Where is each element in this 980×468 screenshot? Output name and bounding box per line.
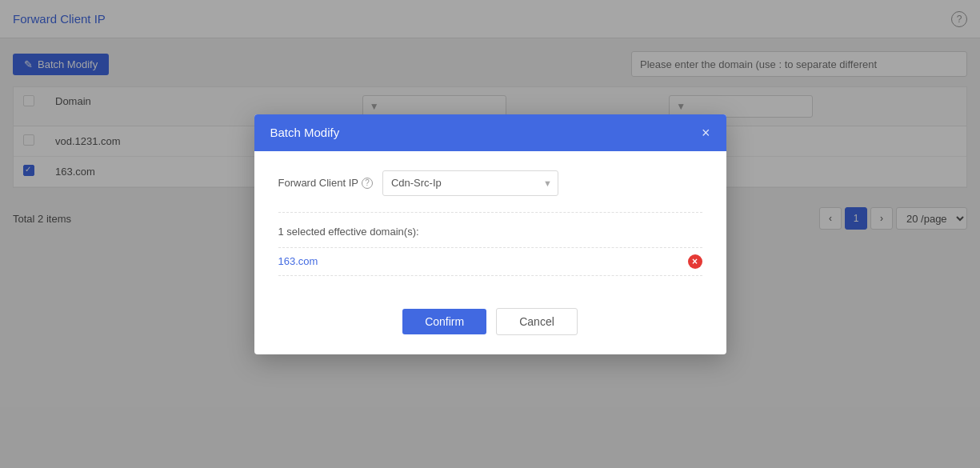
remove-domain-button[interactable]: × <box>688 254 702 269</box>
forward-client-ip-select-wrapper: Cdn-Src-Ip Off On ▼ <box>382 170 558 196</box>
cancel-button[interactable]: Cancel <box>496 308 578 335</box>
forward-client-ip-row: Forward Client IP ? Cdn-Src-Ip Off On ▼ <box>278 170 702 196</box>
batch-modify-modal: Batch Modify × Forward Client IP ? Cdn-S… <box>254 114 726 354</box>
forward-client-ip-info-icon[interactable]: ? <box>362 178 373 189</box>
selected-info-label: 1 selected effective domain(s): <box>278 226 702 238</box>
modal-body: Forward Client IP ? Cdn-Src-Ip Off On ▼ … <box>254 151 726 295</box>
modal-header: Batch Modify × <box>254 114 726 151</box>
confirm-button[interactable]: Confirm <box>402 309 486 334</box>
modal-overlay: Batch Modify × Forward Client IP ? Cdn-S… <box>0 0 980 468</box>
selected-domain-row: 163.com × <box>278 247 702 276</box>
selected-domain-name: 163.com <box>278 255 318 267</box>
modal-title: Batch Modify <box>270 126 340 139</box>
forward-client-ip-label: Forward Client IP ? <box>278 177 373 189</box>
modal-footer: Confirm Cancel <box>254 295 726 354</box>
modal-close-button[interactable]: × <box>702 126 710 140</box>
page-background: Forward Client IP ? ✎ Batch Modify Domai… <box>0 0 980 468</box>
divider <box>278 212 702 213</box>
forward-client-ip-select[interactable]: Cdn-Src-Ip Off On <box>382 170 558 196</box>
